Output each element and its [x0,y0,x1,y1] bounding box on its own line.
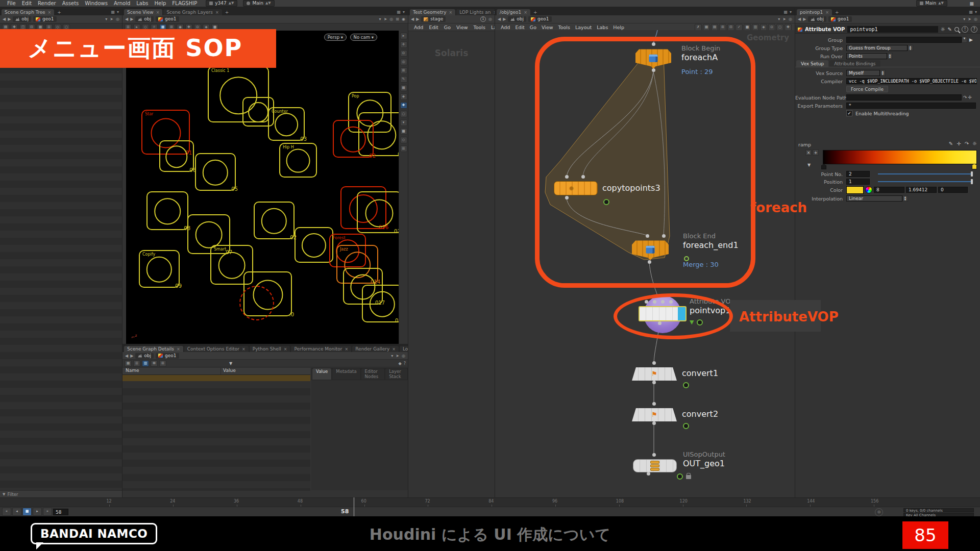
path-obj-chip[interactable]: obj [808,16,826,22]
node-convert1[interactable]: ⚑ [632,367,677,381]
chevron-down-icon[interactable]: ▾ [790,10,792,14]
back-icon[interactable]: ◀ [125,354,128,358]
toolbar-icon[interactable]: ○ [776,24,783,31]
snap-icon[interactable]: ⊞ [396,17,399,21]
node-name-field[interactable]: pointvop1 [847,26,938,33]
param-tab-vex-setup[interactable]: Vex Setup [796,60,828,67]
tab-pointvop1[interactable]: pointvop1× [797,9,832,15]
funnel-icon[interactable]: ▼ [229,361,232,366]
chevron-down-icon[interactable]: ▾ [975,10,977,14]
tab-test-geometry[interactable]: Test Geometry× [410,9,455,15]
menu-labs[interactable]: Labs [133,1,151,6]
output-dot[interactable] [652,421,656,425]
new-tab-button[interactable]: + [531,10,540,15]
viewport-tool-icon[interactable]: ◇ [400,137,407,143]
viewport-tool-icon[interactable]: ▦ [400,85,407,91]
stepper-icon[interactable]: ▲▼ [902,195,908,202]
back-icon[interactable]: ◀ [125,17,128,21]
pane-menu-icon[interactable]: ▦ [111,10,115,14]
toolbar-icon[interactable]: ▦ [125,360,132,367]
forward-icon[interactable]: ▶ [503,17,506,21]
play-button[interactable]: ▸ [33,508,42,516]
close-icon[interactable]: × [524,10,527,15]
tab--obj-geo1[interactable]: /obj/geo1× [497,9,530,15]
stepper-icon[interactable]: ▲▼ [908,45,913,51]
menu-layo[interactable]: Layo [488,24,495,30]
dropdown-icon[interactable]: ▼ [962,37,967,43]
toolbar-icon[interactable]: ? [404,361,406,366]
interpolation-field[interactable]: Linear [846,195,902,202]
ramp-gradient[interactable] [823,150,977,164]
node-foreachA[interactable] [635,48,671,69]
close-icon[interactable]: × [48,10,52,15]
prev-frame-button[interactable]: ◂ [12,508,21,516]
force-compile-button[interactable]: Force Compile [846,86,888,92]
pane-menu-icon[interactable]: ▦ [397,10,401,14]
input-dot[interactable] [652,453,656,457]
run-over-field[interactable]: Points [846,53,887,59]
checkbox-checked[interactable]: ✓ [846,110,852,116]
viewport-tool-icon[interactable]: ◈ [400,93,407,100]
menu-view[interactable]: View [454,24,471,30]
pin-icon[interactable]: ➤ [782,17,786,21]
output-dot[interactable] [658,321,662,325]
pin-icon[interactable]: ➤ [396,354,399,358]
link-icon[interactable]: ◎ [974,17,977,21]
close-icon[interactable]: × [345,347,349,352]
back-icon[interactable]: ◀ [411,17,414,21]
window-icon[interactable]: ■ [969,1,974,6]
tab-scene-view[interactable]: Scene View× [124,9,162,15]
forward-icon[interactable]: ▶ [130,17,133,21]
group-field[interactable] [846,37,962,43]
viewport-tool-icon[interactable]: ▾ [400,119,407,126]
solaris-body[interactable] [408,38,495,490]
path-obj-chip[interactable]: obj [135,16,154,22]
clock-badge[interactable] [677,472,683,482]
path-geo-chip[interactable]: geo1 [828,16,851,22]
menu-layout[interactable]: Layout [573,24,594,30]
back-icon[interactable]: ◀ [498,17,501,21]
subtab-layer-stack[interactable]: Layer Stack [385,368,407,380]
pencil-icon[interactable]: ✎ [949,141,953,146]
input-dot[interactable] [581,175,585,179]
viewport-tool-icon[interactable]: ✛ [400,41,407,48]
viewport-tool-icon[interactable]: ⊙ [400,50,407,57]
output-dot[interactable] [652,381,656,384]
curve-icon[interactable]: ↷ [965,141,969,146]
color-b-field[interactable]: 0 [938,187,968,193]
collapse-icon[interactable]: ▼ [807,163,811,167]
scene-tree-body[interactable] [0,31,122,490]
tab-python-shell[interactable]: Python Shell× [250,346,290,352]
close-icon[interactable]: × [215,10,219,15]
menu-go[interactable]: Go [442,24,453,30]
position-slider-handle[interactable] [971,179,973,184]
tab-log-viewer[interactable]: Log Viewer× [400,346,408,352]
viewport-tool-icon[interactable]: ◎ [400,59,407,65]
viewport-tool-icon[interactable]: ○ [400,111,407,117]
toolbar-icon[interactable]: ⊟ [727,24,734,31]
forward-icon[interactable]: ▶ [416,17,419,21]
chevron-down-icon[interactable]: ▾ [403,10,405,14]
clock-badge[interactable] [603,197,609,207]
menu-edit[interactable]: Edit [512,24,527,30]
node-OUT_geo1[interactable] [633,459,677,472]
pin-icon[interactable]: ➤ [110,17,113,21]
menu-windows[interactable]: Windows [82,1,111,6]
toolbar-icon[interactable]: ✗ [695,24,702,31]
viewport-3d[interactable]: Classic 1PopStar.01Counter.03.018.02.06.… [126,31,400,344]
clock-badge[interactable] [683,421,689,431]
close-icon[interactable]: × [449,10,452,15]
color-r-field[interactable]: 8 [874,187,904,193]
menu-help[interactable]: Help [610,24,627,30]
position-slider[interactable] [878,181,973,182]
toolbar-icon[interactable]: ◈ [760,24,767,31]
column-name[interactable]: Name [122,368,139,374]
add-key-button[interactable]: + [813,149,819,156]
menu-view[interactable]: View [539,24,556,30]
pin-icon[interactable]: ➤ [968,17,971,21]
close-icon[interactable]: × [242,347,246,352]
path-geo-chip[interactable]: geo1 [33,16,56,22]
menu-add[interactable]: Add [411,24,426,30]
current-frame-field[interactable]: 58 [53,509,68,515]
select-arrow-icon[interactable]: ▶ [969,37,973,42]
